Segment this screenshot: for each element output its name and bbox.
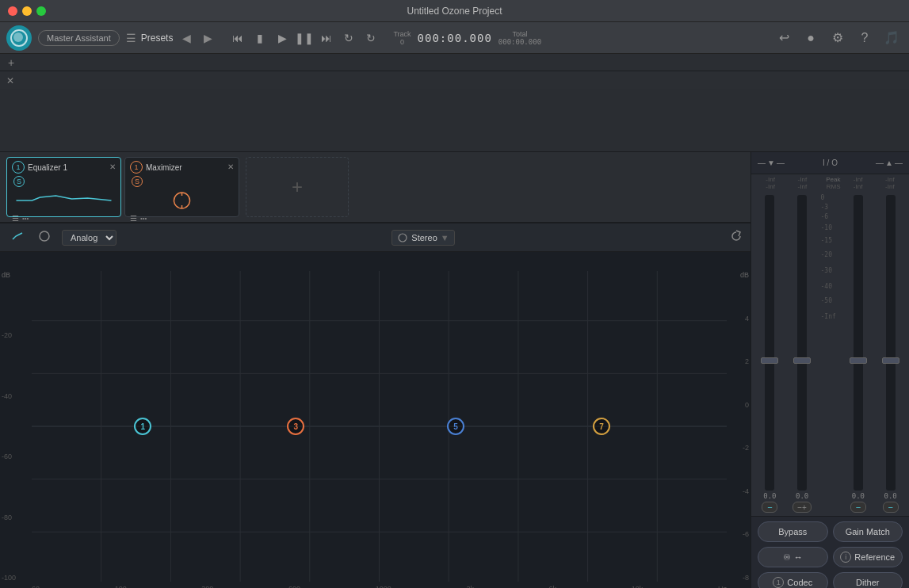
eq-node-7[interactable]: 7 — [593, 418, 610, 435]
eq-type-select[interactable]: Analog Digital — [62, 230, 116, 246]
eq-node-1[interactable]: 1 — [134, 418, 151, 435]
eq-card-header: 1 Equalizer 1 ✕ — [12, 161, 116, 174]
eq-node-5[interactable]: 5 — [447, 418, 464, 435]
fader-channel-4: 0.0 − — [875, 195, 906, 513]
channel-3-minus-btn[interactable]: − — [850, 502, 866, 513]
fader-track-2[interactable] — [797, 195, 807, 491]
x-label-3k: 3k — [466, 585, 474, 588]
fader-track-1[interactable] — [765, 195, 774, 491]
total-info: Total 000:00.000 — [498, 30, 541, 46]
rms-text: RMS — [827, 183, 841, 190]
total-time: 000:00.000 — [498, 38, 541, 46]
time-display: Track 0 000:00.000 Total 000:00.000 — [393, 30, 541, 46]
add-chain-button[interactable]: + — [8, 57, 14, 68]
fader-track-4[interactable] — [886, 195, 896, 491]
fader-thumb-2[interactable] — [793, 357, 811, 364]
eq-area: 1 Equalizer 1 ✕ S ☰ ••• — [0, 152, 750, 588]
eq-reset-button[interactable] — [730, 230, 743, 246]
eq-s-icon[interactable]: S — [13, 176, 25, 187]
track-value: 0 — [400, 38, 404, 46]
help-button[interactable]: ? — [854, 27, 876, 49]
fader-thumb-4[interactable] — [882, 357, 899, 364]
fader-thumb-3[interactable] — [850, 357, 867, 364]
x-label-100: 100 — [115, 585, 127, 588]
mixer-header: — ▼ — I / O — ▲ — — [751, 152, 909, 174]
eq-curve-mode-button[interactable] — [8, 228, 27, 246]
channel-4-minus-btn[interactable]: − — [883, 502, 899, 513]
eq-node-3[interactable]: 3 — [287, 418, 304, 435]
meter-label-2: -Inf -Inf — [786, 176, 818, 190]
midi-button[interactable]: 🎵 — [880, 27, 903, 49]
loop-button[interactable]: ↻ — [339, 29, 358, 48]
max-icons-row: S — [130, 176, 234, 187]
logo-icon — [10, 29, 28, 47]
eq-list-icon[interactable]: ☰ — [12, 214, 19, 223]
dither-button[interactable]: Dither — [833, 572, 903, 588]
svg-point-4 — [399, 234, 407, 242]
fader-value-4: 0.0 — [884, 492, 896, 500]
y-label-db: dB — [2, 271, 30, 279]
add-module-button[interactable]: + — [246, 157, 349, 217]
peak-text: Peak — [826, 176, 840, 183]
max-waveform — [130, 189, 234, 212]
bypass-button[interactable]: Bypass — [758, 521, 828, 542]
codec-button[interactable]: 1 Codec — [758, 572, 828, 588]
fader-track-3[interactable] — [854, 195, 863, 491]
close-chain-button[interactable]: ✕ — [6, 76, 14, 86]
fast-forward-button[interactable]: ⏭ — [317, 29, 336, 48]
peak-label-4: -Inf — [874, 176, 906, 183]
max-s-icon[interactable]: S — [132, 176, 143, 187]
gain-match-button[interactable]: Gain Match — [833, 521, 903, 542]
eq-spectrum-mode-button[interactable] — [35, 228, 54, 246]
prev-preset-button[interactable]: ◀ — [179, 30, 194, 46]
rewind-button[interactable]: ⏮ — [228, 29, 247, 48]
reference-button[interactable]: i Reference — [833, 547, 903, 567]
module-card-maximizer[interactable]: 1 Maximizer ✕ S ☰ ••• — [124, 157, 239, 217]
reference-label: Reference — [854, 552, 895, 562]
sync-button[interactable]: ↻ — [361, 29, 380, 48]
next-preset-button[interactable]: ▶ — [201, 30, 216, 46]
stereo-label: Stereo — [411, 233, 437, 242]
fader-value-1: 0.0 — [763, 492, 776, 500]
window-title: Untitled Ozone Project — [407, 6, 502, 17]
meter-label-1: -Inf -Inf — [754, 176, 786, 190]
x-label-6k: 6k — [549, 585, 557, 588]
mixer-up-arrow[interactable]: ▲ — [885, 158, 893, 167]
master-assistant-button[interactable]: Master Assistant — [38, 30, 120, 46]
channel-2-plusminus-btn[interactable]: −+ — [793, 502, 812, 513]
max-list-icon[interactable]: ☰ — [130, 214, 137, 223]
max-bottom-row: ☰ ••• — [130, 214, 234, 223]
mixer-down-arrow[interactable]: ▼ — [767, 158, 775, 167]
max-module-close[interactable]: ✕ — [227, 163, 234, 171]
toolbar-right: ↩ ● ⚙ ? 🎵 — [773, 27, 903, 49]
fader-channel-3: 0.0 − — [843, 195, 874, 513]
settings-button[interactable]: ⚙ — [827, 27, 849, 49]
stereo-link-button[interactable]: ♾ ↔ — [758, 547, 828, 567]
maximize-window-button[interactable] — [36, 6, 46, 16]
history-button[interactable]: ● — [800, 27, 822, 49]
preset-list-icon[interactable]: ☰ — [126, 32, 136, 44]
module-card-equalizer[interactable]: 1 Equalizer 1 ✕ S ☰ ••• — [6, 157, 121, 217]
fader-thumb-1[interactable] — [761, 357, 778, 364]
undo-button[interactable]: ↩ — [773, 27, 795, 49]
logo-button[interactable] — [6, 25, 32, 51]
eq-graph: dB -20 -40 -60 -80 -100 dB 4 2 0 -2 -4 -… — [0, 252, 750, 588]
module-chain-header: + — [0, 54, 909, 71]
channel-1-minus-btn[interactable]: − — [762, 502, 777, 513]
stereo-link-icon: ♾ — [783, 552, 791, 563]
y-r-4: 4 — [745, 315, 749, 323]
y-r-m6: -6 — [743, 530, 749, 538]
play-button[interactable]: ▶ — [273, 29, 292, 48]
x-label-60: 60 — [32, 585, 40, 588]
mixer-left-arrows: — ▼ — — [758, 158, 785, 167]
pause-button[interactable]: ❚❚ — [295, 29, 314, 48]
mixer-right-arrows: — ▲ — — [876, 158, 903, 167]
stop-button[interactable]: ▮ — [250, 29, 269, 48]
eq-channel-select[interactable]: Stereo ▼ — [391, 230, 454, 246]
eq-module-close[interactable]: ✕ — [109, 163, 116, 171]
scale-m50: -50 — [821, 298, 840, 304]
minimize-window-button[interactable] — [22, 6, 32, 16]
x-label-1000: 1000 — [376, 585, 391, 588]
module-cards: 1 Equalizer 1 ✕ S ☰ ••• — [0, 152, 750, 223]
close-window-button[interactable] — [8, 6, 17, 16]
